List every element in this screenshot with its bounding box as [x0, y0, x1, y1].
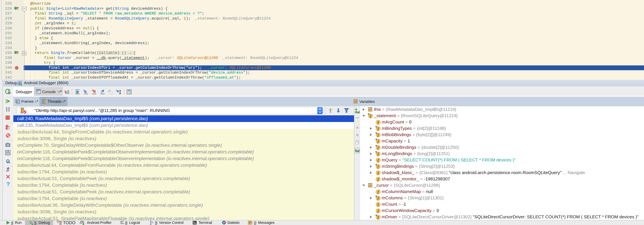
svg-text:I: I [15, 51, 16, 54]
svg-text:I: I [15, 7, 16, 9]
